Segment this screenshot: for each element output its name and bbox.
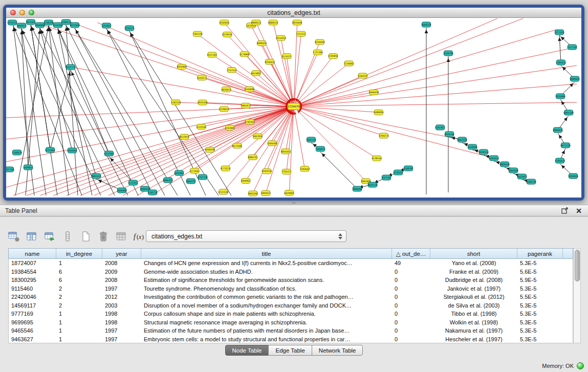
graph-node-yellow[interactable]: 8935040 [292,20,302,25]
graph-node-yellow[interactable]: 1272661 [190,168,200,173]
graph-node-teal[interactable]: 5668226 [421,22,431,27]
table-row[interactable]: 911546021997Tourette syndrome. Phenomeno… [9,285,573,293]
graph-node-teal[interactable]: 8063330 [457,137,467,142]
column-header-title[interactable]: title [141,249,392,258]
graph-node-teal[interactable]: 6757738 [198,174,208,180]
network-graph-canvas[interactable]: 8055651438436910678345782561290107755446… [6,18,581,198]
graph-node-teal[interactable]: 3237706 [6,167,14,172]
graph-node-yellow[interactable]: 6138144 [372,156,382,161]
graph-node-teal[interactable]: 1455857 [101,23,112,28]
graph-node-teal[interactable]: 9081619 [91,173,101,179]
graph-node-teal[interactable]: 4372303 [104,151,114,156]
graph-node-teal[interactable]: 5430011 [23,165,33,170]
graph-node-teal[interactable]: 9344663 [67,148,77,153]
table-row[interactable]: 1872400712008Changes of HCN gene express… [9,259,573,268]
table-row[interactable]: 1456911722003Disruption of a novel membe… [9,301,573,310]
column-header-short[interactable]: short [430,249,517,258]
graph-node-yellow[interactable]: 1737385 [313,50,323,55]
graph-node-teal[interactable]: 5436467 [174,170,184,176]
graph-node-yellow[interactable]: 9512016 [179,134,189,139]
graph-node-yellow[interactable]: 2757515 [227,68,237,73]
graph-node-yellow[interactable]: 4024869 [177,64,187,69]
graph-node-yellow[interactable]: 5782561 [245,119,255,124]
graph-node-yellow[interactable]: 2032458 [198,100,208,105]
table-row[interactable]: 2242004622012Investigating the contribut… [9,293,573,301]
graph-node-yellow[interactable]: 3480094 [374,110,384,115]
graph-node-yellow[interactable]: 1724070 [288,103,300,110]
graph-node-teal[interactable]: 1995048 [508,168,518,173]
graph-node-yellow[interactable]: 9103558 [262,169,272,174]
graph-node-teal[interactable]: 3209926 [568,173,578,179]
graph-node-yellow[interactable]: 8573506 [232,143,243,148]
table-row[interactable]: 1830029562008Estimation of significance … [9,276,573,285]
graph-node-yellow[interactable]: 9880515 [268,20,278,25]
graph-node-yellow[interactable]: 5132245 [197,124,207,129]
graph-node-yellow[interactable]: 4192045 [220,20,230,25]
delete-table-button[interactable] [97,230,110,243]
scrollbar-thumb[interactable] [575,250,580,281]
graph-node-yellow[interactable]: 5544689 [245,86,255,92]
table-row[interactable]: 1938455462009Genome-wide association stu… [9,268,573,276]
tab-node-table[interactable]: Node Table [225,345,269,356]
window-titlebar[interactable]: citations_edges.txt [6,8,581,18]
graph-node-teal[interactable]: 8908663 [570,76,580,81]
graph-node-yellow[interactable]: 9446439 [369,90,379,95]
graph-node-yellow[interactable]: 8359416 [265,59,275,64]
graph-node-teal[interactable]: 4138333 [393,170,403,175]
graph-node-teal[interactable]: 1618666 [467,144,477,149]
graph-node-teal[interactable]: 1172215 [128,180,138,185]
graph-node-yellow[interactable]: 7381220 [192,31,203,36]
graph-node-yellow[interactable]: 6179909 [239,52,250,57]
graph-node-yellow[interactable]: 3726065 [344,61,354,66]
graph-node-teal[interactable]: 8986223 [163,178,173,183]
graph-node-yellow[interactable]: 9773276 [221,166,231,171]
graph-node-teal[interactable]: 7494872 [315,146,325,151]
minimize-window-button[interactable] [19,10,25,15]
graph-node-yellow[interactable]: 6747536 [219,189,229,194]
graph-node-yellow[interactable]: 8055651 [281,149,291,154]
graph-node-teal[interactable]: 8008916 [553,127,563,133]
graph-node-yellow[interactable]: 7212237 [296,31,306,36]
graph-node-yellow[interactable]: 1182224 [171,100,181,105]
tab-edge-table[interactable]: Edge Table [268,345,312,356]
graph-node-yellow[interactable]: 1067834 [253,134,263,139]
graph-node-teal[interactable]: 4424146 [444,132,454,137]
graph-node-yellow[interactable]: 8259594 [315,39,325,45]
graph-node-yellow[interactable]: 3294274 [379,133,389,138]
graph-node-teal[interactable]: 3763315 [7,20,17,25]
graph-node-teal[interactable]: 2228794 [443,51,453,56]
table-selector-dropdown[interactable]: citations_edges.txt [146,230,346,242]
graph-node-teal[interactable]: 2813421 [26,19,36,25]
graph-node-teal[interactable]: 6965240 [563,110,574,115]
close-window-button[interactable] [10,10,16,15]
graph-node-teal[interactable]: 8022057 [517,174,527,179]
table-settings-button[interactable] [7,230,20,243]
graph-node-teal[interactable]: 8100758 [526,179,536,184]
graph-node-teal[interactable]: 1902073 [16,23,27,28]
table-row[interactable]: 969969511998Structural magnetic resonanc… [9,318,573,327]
graph-node-yellow[interactable]: 6529243 [222,32,232,37]
float-panel-button[interactable] [560,207,569,215]
graph-node-teal[interactable]: 2724171 [124,26,135,31]
graph-node-teal[interactable]: 9824139 [367,182,378,187]
graph-node-teal[interactable]: 9889550 [499,162,510,167]
column-button[interactable] [61,230,74,243]
graph-node-teal[interactable]: 4785070 [555,158,565,163]
network-canvas[interactable]: 8055651438436910678345782561290107755446… [6,18,581,198]
graph-node-yellow[interactable]: 9989513 [251,20,262,25]
graph-node-yellow[interactable]: 8474897 [251,71,262,76]
function-builder-button[interactable]: f ( x ) [133,230,146,243]
graph-node-teal[interactable]: 5117142 [567,45,577,50]
show-columns-button[interactable] [25,230,38,243]
graph-node-yellow[interactable]: 4068424 [257,40,267,46]
table-row[interactable]: 977716911998Corpus callosum shape and si… [9,310,573,318]
panel-splitter-handle[interactable] [292,202,296,204]
graph-node-yellow[interactable]: 5344225 [358,73,368,78]
graph-node-teal[interactable]: 8191911 [435,125,445,130]
graph-node-teal[interactable]: 6928554 [478,149,489,155]
graph-node-yellow[interactable]: 1574371 [282,54,292,59]
column-header-in_degree[interactable]: in_degree [56,249,102,258]
graph-node-teal[interactable]: 3527397 [381,175,391,180]
graph-node-teal[interactable]: 3326904 [555,94,565,99]
graph-node-yellow[interactable]: 9086701 [248,155,258,160]
